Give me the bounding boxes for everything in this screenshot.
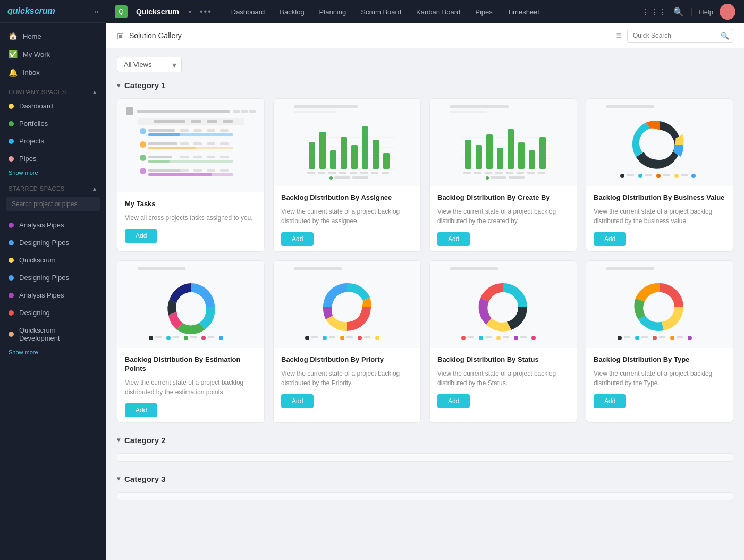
svg-point-144 (688, 336, 692, 340)
sidebar-item-inbox[interactable]: 🔔 Inbox (0, 63, 106, 81)
sidebar-item-portfolios[interactable]: Portfolios (0, 115, 106, 132)
svg-rect-26 (193, 156, 202, 158)
content-area: All Views My Views Shared Views ▾ Catego… (106, 48, 744, 560)
card-backlog-estimation: Backlog Distribution By Estimation Point… (117, 260, 265, 423)
help-button[interactable]: Help (699, 8, 713, 16)
category-2-label: Category 2 (124, 436, 166, 445)
add-button[interactable]: Add (281, 232, 314, 246)
sidebar-item-label: Projects (19, 137, 44, 145)
svg-rect-126 (468, 336, 474, 338)
donut-priority-svg (280, 267, 414, 342)
sidebar-item-analysis-pipes-2[interactable]: Analysis Pipes (0, 286, 106, 304)
add-button[interactable]: Add (594, 232, 626, 246)
svg-point-142 (670, 336, 674, 340)
dot-icon (9, 139, 14, 144)
bell-icon: 🔔 (9, 68, 18, 77)
svg-rect-89 (606, 105, 654, 108)
sidebar-item-home[interactable]: 🏠 Home (0, 27, 106, 45)
svg-rect-59 (371, 172, 378, 174)
nav-planning[interactable]: Planning (313, 5, 353, 19)
sidebar-item-designing[interactable]: Designing (0, 304, 106, 321)
bar-chart-assignee-svg (280, 105, 414, 180)
svg-rect-50 (362, 126, 368, 169)
svg-point-111 (219, 336, 223, 340)
svg-point-7 (140, 128, 146, 134)
menu-lines-icon[interactable]: ≡ (616, 30, 622, 41)
svg-rect-52 (383, 153, 390, 169)
svg-rect-79 (474, 172, 481, 174)
sidebar: quickscrum ‹‹ 🏠 Home ✅ My Work 🔔 Inbox C… (0, 0, 106, 560)
sidebar-item-dashboard[interactable]: Dashboard (0, 97, 106, 115)
svg-rect-39 (294, 105, 358, 108)
svg-rect-40 (294, 111, 336, 113)
add-button[interactable]: Add (594, 394, 626, 408)
category-1-label: Category 1 (124, 81, 166, 90)
sidebar-header: quickscrum ‹‹ (0, 0, 106, 23)
svg-rect-110 (208, 336, 214, 338)
card-desc: View the current state of a project back… (437, 207, 569, 226)
card-desc: View the current state of a project back… (125, 378, 257, 397)
svg-point-109 (201, 336, 206, 340)
svg-point-135 (645, 292, 674, 322)
category-2-header[interactable]: ▾ Category 2 (117, 436, 733, 445)
company-collapse-icon[interactable]: ▲ (92, 89, 98, 95)
starred-collapse-icon[interactable]: ▲ (92, 185, 98, 192)
sidebar-item-projects[interactable]: Projects (0, 132, 106, 150)
card-title: Backlog Distribution By Assignee (281, 193, 413, 202)
topbar-right: ⋮⋮⋮ 🔍 | Help (641, 4, 735, 20)
category-3-header[interactable]: ▾ Category 3 (117, 474, 733, 483)
preview-tag (241, 110, 248, 113)
svg-point-127 (479, 336, 483, 340)
nav-scrum-board[interactable]: Scrum Board (354, 5, 408, 19)
company-spaces-label: Company Spaces ▲ (0, 81, 106, 97)
more-options-icon[interactable]: ••• (200, 7, 212, 16)
dot-icon (9, 258, 14, 263)
sidebar-item-designing-pipes-1[interactable]: Designing Pipes (0, 234, 106, 251)
nav-kanban-board[interactable]: Kanban Board (410, 5, 467, 19)
sidebar-toggle[interactable]: ‹‹ (94, 7, 99, 15)
sidebar-item-designing-pipes-2[interactable]: Designing Pipes (0, 269, 106, 286)
svg-rect-141 (659, 336, 665, 338)
dropdown-arrow[interactable]: ▾ (189, 9, 191, 15)
topbar: Q Quickscrum ▾ ••• Dashboard Backlog Pla… (106, 0, 744, 23)
sidebar-item-quickscrum[interactable]: Quickscrum (0, 251, 106, 269)
add-button[interactable]: Add (281, 394, 314, 408)
sidebar-item-quickscrum-dev[interactable]: Quickscrum Development (0, 321, 106, 347)
view-filter-select[interactable]: All Views My Views Shared Views (117, 57, 182, 72)
svg-point-138 (635, 336, 639, 340)
svg-rect-82 (506, 172, 513, 174)
category-3-label: Category 3 (124, 474, 166, 483)
nav-backlog[interactable]: Backlog (273, 5, 310, 19)
add-button[interactable]: Add (125, 403, 157, 417)
card-body: My Tasks View all cross projects tasks a… (117, 192, 264, 251)
sidebar-item-mywork[interactable]: ✅ My Work (0, 45, 106, 63)
logo: quickscrum (7, 6, 55, 16)
svg-rect-51 (373, 140, 379, 169)
svg-rect-74 (508, 129, 514, 169)
show-more-starred[interactable]: Show more (0, 347, 106, 358)
svg-rect-83 (517, 172, 524, 174)
sidebar-item-pipes[interactable]: Pipes (0, 150, 106, 167)
card-title: Backlog Distribution By Estimation Point… (125, 355, 257, 374)
add-button[interactable]: Add (437, 394, 470, 408)
show-more-company[interactable]: Show more (0, 167, 106, 178)
nav-dashboard[interactable]: Dashboard (225, 5, 272, 19)
card-backlog-assignee: Backlog Distribution By Assignee View th… (273, 98, 421, 252)
project-icon: Q (115, 5, 128, 18)
svg-rect-55 (328, 172, 336, 174)
search-icon[interactable]: 🔍 (673, 7, 684, 17)
svg-point-114 (305, 336, 309, 340)
sidebar-item-analysis-pipes-1[interactable]: Analysis Pipes (0, 216, 106, 234)
svg-rect-81 (495, 172, 503, 174)
grid-menu-icon[interactable]: ⋮⋮⋮ (641, 7, 667, 17)
nav-pipes[interactable]: Pipes (469, 5, 499, 19)
starred-spaces-label: Starred Spaces ▲ (0, 178, 106, 194)
add-button[interactable]: Add (437, 232, 470, 246)
page-search-input[interactable] (627, 29, 733, 43)
sidebar-search-input[interactable] (6, 197, 100, 211)
add-button[interactable]: Add (125, 229, 157, 243)
svg-rect-45 (309, 142, 315, 169)
nav-timesheet[interactable]: Timesheet (501, 5, 546, 19)
category-1-header[interactable]: ▾ Category 1 (117, 81, 733, 90)
user-avatar[interactable] (720, 4, 735, 20)
